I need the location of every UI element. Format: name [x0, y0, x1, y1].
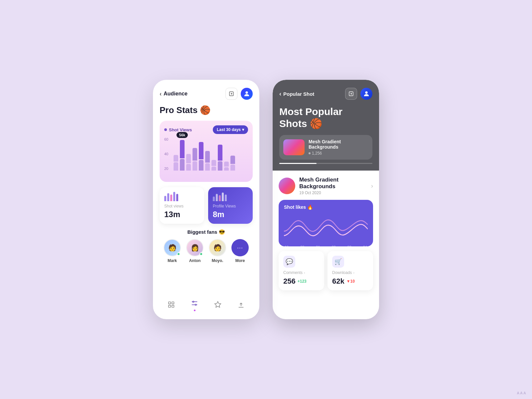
progress-bar [279, 163, 372, 164]
mini-bar [173, 192, 175, 201]
nav-filter[interactable] [191, 300, 198, 311]
shot-preview-card[interactable]: Mesh Gradient Backgrounds 1,256 [279, 135, 372, 160]
bar-group-3 [186, 154, 191, 171]
svg-point-6 [193, 301, 194, 303]
back-button[interactable]: ‹ Audience [160, 90, 188, 97]
stats-row: Shot views 13m Profile Views 8m [160, 187, 253, 224]
comments-change: +123 [298, 279, 307, 284]
x-label-20: 20 [300, 245, 304, 249]
nav-active-dot [194, 310, 196, 311]
popular-shot-label: Popular Shot [283, 91, 314, 97]
y-label-20: 20 [164, 167, 168, 171]
chart-y-labels: 60 40 20 [164, 137, 168, 171]
shot-views-stat-label: Shot views [164, 204, 200, 208]
shot-title-preview: Mesh Gradient Backgrounds [309, 139, 368, 150]
right-back-button[interactable]: ‹ Popular Shot [279, 90, 314, 97]
right-phone-bottom: Mesh Gradient Backgrounds 19 Oct 2020 › … [273, 171, 379, 319]
right-phone-top: ‹ Popular Shot [273, 80, 379, 171]
bar-group-1 [174, 155, 178, 171]
right-user-avatar[interactable] [360, 88, 372, 100]
bar [199, 160, 203, 171]
mini-bar [213, 197, 215, 201]
dot-sm [309, 152, 311, 154]
more-button[interactable]: ··· [231, 239, 249, 256]
likes-chart-title: Shot likes 🔥 [284, 204, 368, 210]
grid-icon [168, 301, 175, 310]
bar [224, 167, 229, 171]
back-arrow-icon: ‹ [279, 90, 281, 97]
fan-name-moyo: Moyo. [212, 258, 223, 263]
comments-chevron-icon: › [304, 271, 305, 275]
bar [218, 161, 222, 171]
y-label-40: 40 [164, 152, 168, 156]
fan-avatar-inner-moyo: 🧑 [209, 239, 226, 256]
detail-date: 19 Oct 2020 [299, 191, 367, 195]
comments-value-row: 256 +123 [283, 277, 320, 286]
right-share-icon-btn[interactable] [345, 88, 357, 100]
downloads-card[interactable]: 🛒 Downloads › 62k ▼10 [328, 251, 373, 290]
bar [193, 148, 197, 161]
fans-row: 🧑 Mark 👩 Anton [164, 239, 249, 263]
back-icon: ‹ [160, 90, 162, 97]
right-phone-header: ‹ Popular Shot [279, 88, 372, 100]
share-icon-button[interactable] [225, 88, 237, 100]
fan-more[interactable]: ··· More [231, 239, 249, 263]
shot-views-tab[interactable]: Shot Views [164, 127, 213, 132]
x-label-23: 23 [347, 245, 351, 249]
mini-bar [170, 195, 172, 201]
mini-bar [176, 194, 178, 201]
period-selector[interactable]: Last 30 days ▾ [213, 125, 248, 134]
profile-views-value: 8m [213, 210, 248, 219]
svg-rect-4 [169, 305, 171, 307]
nav-star[interactable] [214, 301, 221, 310]
bar-group-6 [205, 151, 210, 171]
fan-anton: 👩 Anton [186, 239, 203, 263]
svg-rect-2 [169, 302, 171, 304]
svg-rect-3 [172, 302, 174, 304]
likes-chart-svg [284, 212, 368, 242]
comments-count: 256 [283, 277, 296, 286]
shot-views-value: 13m [164, 210, 200, 219]
left-phone: ‹ Audience Pro Stats 🏀 [153, 80, 259, 319]
star-icon [214, 301, 221, 310]
mini-bar [222, 193, 224, 201]
detail-avatar [279, 178, 295, 194]
progress-fill [279, 163, 317, 164]
y-label-60: 60 [164, 137, 168, 141]
user-avatar[interactable] [241, 88, 253, 100]
bar [186, 164, 191, 171]
downloads-value-row: 62k ▼10 [332, 277, 368, 286]
dot-purple [164, 128, 167, 131]
bar [211, 167, 216, 171]
bar [205, 163, 210, 171]
comments-icon: 💬 [283, 256, 295, 268]
mini-bars-purple [213, 192, 248, 201]
bar [180, 140, 185, 158]
x-label-24: 24 [363, 245, 367, 249]
comments-card[interactable]: 💬 Comments › 256 +123 [279, 251, 324, 290]
left-phone-header: ‹ Audience [160, 88, 253, 100]
bottom-stats: 💬 Comments › 256 +123 🛒 Downloads › [279, 251, 373, 290]
mini-bar [225, 195, 227, 201]
detail-title: Mesh Gradient Backgrounds [299, 177, 367, 190]
bar [205, 151, 210, 163]
right-header-icons [345, 88, 372, 100]
mini-bar [167, 193, 169, 201]
chevron-right-icon[interactable]: › [371, 183, 373, 190]
bar-group-7 [211, 160, 216, 171]
downloads-label: Downloads › [332, 270, 368, 275]
svg-point-1 [245, 91, 248, 94]
shot-views-chart: Shot Views Last 30 days ▾ 60 40 20 [160, 121, 253, 182]
nav-upload[interactable] [237, 301, 245, 310]
profile-views-card: Profile Views 8m [208, 187, 253, 224]
mini-bar [219, 195, 221, 201]
nav-grid[interactable] [168, 301, 175, 310]
svg-rect-5 [172, 305, 174, 307]
bar [211, 160, 216, 166]
x-label-21: 21 [316, 245, 320, 249]
audience-label: Audience [164, 91, 188, 97]
downloads-label-text: Downloads [332, 270, 352, 275]
chevron-down-icon: ▾ [242, 127, 244, 132]
period-label: Last 30 days [217, 127, 241, 132]
chart-tabs: Shot Views Last 30 days ▾ [164, 125, 248, 134]
